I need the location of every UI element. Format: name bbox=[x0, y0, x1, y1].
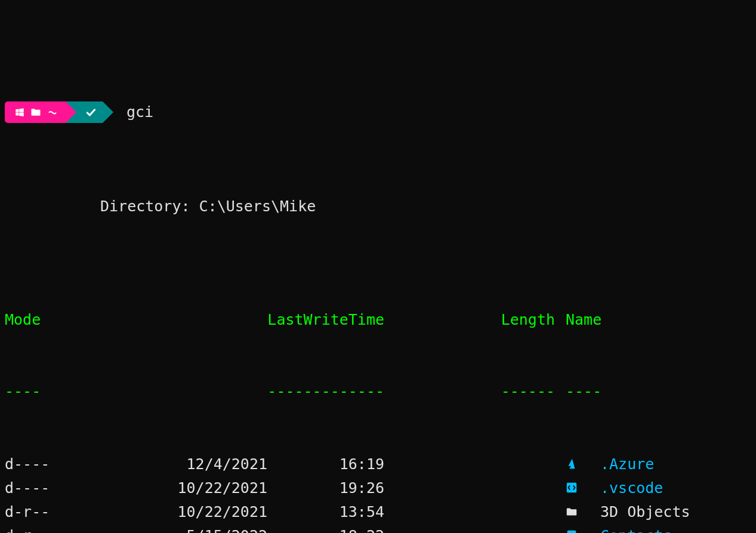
dash-name: ---- bbox=[555, 380, 601, 403]
cell-time: 16:19 bbox=[267, 452, 384, 476]
windows-icon bbox=[14, 107, 25, 118]
dash-mode: ---- bbox=[5, 380, 61, 403]
folder-icon bbox=[555, 500, 588, 524]
table-row: d-r--10/22/202113:543D Objects bbox=[5, 500, 751, 524]
cell-mode: d-r-- bbox=[5, 500, 61, 524]
prompt-segment-context bbox=[5, 101, 66, 123]
cell-time: 18:22 bbox=[267, 524, 384, 533]
cell-name: Contacts bbox=[588, 524, 672, 533]
cell-length bbox=[384, 452, 555, 476]
check-icon bbox=[85, 106, 97, 118]
cell-date: 12/4/2021 bbox=[61, 452, 267, 476]
header-mode: Mode bbox=[5, 308, 61, 332]
table-header: Mode LastWriteTime Length Name bbox=[5, 308, 751, 332]
header-length: Length bbox=[384, 308, 555, 332]
cell-time: 13:54 bbox=[267, 500, 384, 524]
cell-mode: d---- bbox=[5, 452, 61, 476]
prompt-segment-status bbox=[76, 101, 103, 123]
dash-length: ------ bbox=[384, 380, 555, 403]
header-lastwritetime: LastWriteTime bbox=[61, 308, 384, 332]
prompt-arrow-2 bbox=[103, 101, 113, 123]
cell-name: 3D Objects bbox=[588, 500, 690, 524]
prompt-arrow-1 bbox=[66, 101, 76, 123]
directory-line: Directory: C:\Users\Mike bbox=[5, 195, 751, 218]
cell-mode: d---- bbox=[5, 476, 61, 500]
table-header-underline: ---- ------------- ------ ---- bbox=[5, 380, 751, 403]
vscode-icon bbox=[555, 476, 588, 500]
cell-length bbox=[384, 476, 555, 500]
cell-mode: d-r-- bbox=[5, 524, 61, 533]
prompt-line[interactable]: gci bbox=[5, 101, 751, 123]
cell-date: 10/22/2021 bbox=[61, 476, 267, 500]
table-row: d----12/4/202116:19.Azure bbox=[5, 452, 751, 476]
contacts-icon bbox=[555, 524, 588, 533]
dash-lwt: ------------- bbox=[61, 380, 384, 403]
azure-icon bbox=[555, 452, 588, 476]
cell-time: 19:26 bbox=[267, 476, 384, 500]
cell-length bbox=[384, 500, 555, 524]
header-name: Name bbox=[555, 308, 601, 332]
tilde-icon bbox=[47, 107, 58, 118]
cell-name: .Azure bbox=[588, 452, 654, 476]
table-row: d----10/22/202119:26.vscode bbox=[5, 476, 751, 500]
folder-icon bbox=[30, 106, 42, 118]
cell-length bbox=[384, 524, 555, 533]
table-row: d-r--5/15/202218:22Contacts bbox=[5, 524, 751, 533]
cell-name: .vscode bbox=[588, 476, 663, 500]
cell-date: 10/22/2021 bbox=[61, 500, 267, 524]
cell-date: 5/15/2022 bbox=[61, 524, 267, 533]
command-text: gci bbox=[126, 100, 153, 124]
